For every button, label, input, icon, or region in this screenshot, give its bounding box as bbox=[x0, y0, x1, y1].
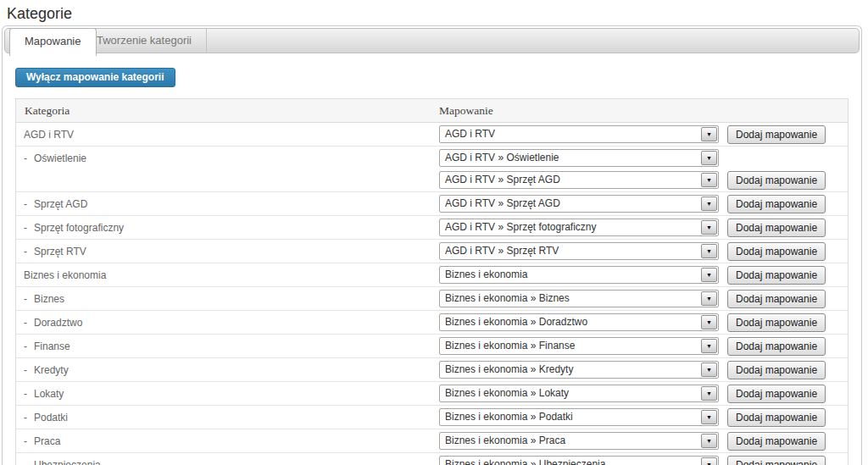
dropdown-arrow-icon[interactable]: ▼ bbox=[701, 244, 717, 258]
mapping-select[interactable]: Biznes i ekonomia » Biznes▼ bbox=[439, 290, 719, 307]
mapping-select[interactable]: AGD i RTV▼ bbox=[439, 125, 719, 143]
category-cell: -Praca bbox=[16, 429, 439, 447]
table-body: AGD i RTVAGD i RTV▼Dodaj mapowanie-Oświe… bbox=[16, 123, 848, 465]
dropdown-arrow-glyph: ▼ bbox=[706, 248, 712, 254]
mapping-line: Biznes i ekonomia▼Dodaj mapowanie bbox=[439, 266, 848, 284]
column-header-kategoria: Kategoria bbox=[16, 104, 439, 118]
add-mapping-button[interactable]: Dodaj mapowanie bbox=[727, 337, 826, 356]
table-row: -PracaBiznes i ekonomia » Praca▼Dodaj ma… bbox=[16, 429, 848, 453]
mapping-select[interactable]: AGD i RTV » Sprzęt AGD▼ bbox=[439, 195, 719, 213]
table-row: -OświetlenieAGD i RTV » Oświetlenie▼AGD … bbox=[16, 147, 848, 192]
mapping-cell: Biznes i ekonomia » Lokaty▼Dodaj mapowan… bbox=[439, 382, 848, 405]
mapping-select[interactable]: Biznes i ekonomia » Lokaty▼ bbox=[439, 385, 719, 402]
mapping-cell: Biznes i ekonomia » Biznes▼Dodaj mapowan… bbox=[439, 287, 848, 310]
tab-content: Wyłącz mapowanie kategorii Kategoria Map… bbox=[3, 55, 861, 465]
dropdown-arrow-icon[interactable]: ▼ bbox=[701, 127, 717, 141]
table-row: -PodatkiBiznes i ekonomia » Podatki▼Doda… bbox=[16, 406, 848, 429]
dropdown-arrow-glyph: ▼ bbox=[706, 367, 712, 373]
dropdown-arrow-icon[interactable]: ▼ bbox=[701, 315, 717, 329]
mapping-line: Biznes i ekonomia » Lokaty▼Dodaj mapowan… bbox=[439, 385, 848, 402]
category-cell: -Kredyty bbox=[16, 358, 439, 376]
table-row: -Sprzęt fotograficznyAGD i RTV » Sprzęt … bbox=[16, 216, 848, 240]
table-row: -Sprzęt RTVAGD i RTV » Sprzęt RTV▼Dodaj … bbox=[16, 240, 848, 263]
add-mapping-button[interactable]: Dodaj mapowanie bbox=[727, 385, 826, 403]
table-row: -BiznesBiznes i ekonomia » Biznes▼Dodaj … bbox=[16, 287, 848, 311]
subcategory-dash: - bbox=[24, 412, 27, 423]
dropdown-arrow-glyph: ▼ bbox=[706, 155, 712, 161]
dropdown-arrow-icon[interactable]: ▼ bbox=[701, 339, 717, 353]
mapping-select[interactable]: Biznes i ekonomia » Ubezpieczenia▼ bbox=[439, 456, 719, 465]
mapping-select[interactable]: AGD i RTV » Oświetlenie▼ bbox=[439, 149, 719, 167]
mapping-select[interactable]: Biznes i ekonomia » Podatki▼ bbox=[439, 408, 719, 426]
dropdown-arrow-icon[interactable]: ▼ bbox=[701, 386, 717, 401]
add-mapping-button[interactable]: Dodaj mapowanie bbox=[727, 408, 826, 427]
dropdown-arrow-icon[interactable]: ▼ bbox=[701, 291, 717, 306]
mapping-cell: AGD i RTV » Oświetlenie▼AGD i RTV » Sprz… bbox=[439, 147, 848, 191]
dropdown-arrow-icon[interactable]: ▼ bbox=[701, 173, 717, 187]
tab-tworzenie-kategorii[interactable]: Tworzenie kategorii bbox=[82, 28, 207, 53]
dropdown-arrow-icon[interactable]: ▼ bbox=[701, 197, 717, 211]
dropdown-arrow-icon[interactable]: ▼ bbox=[701, 151, 717, 165]
add-mapping-button[interactable]: Dodaj mapowanie bbox=[727, 432, 826, 451]
subcategory-dash: - bbox=[24, 435, 27, 447]
mapping-cell: AGD i RTV▼Dodaj mapowanie bbox=[439, 123, 848, 146]
mapping-line: Biznes i ekonomia » Podatki▼Dodaj mapowa… bbox=[439, 408, 848, 426]
add-mapping-button[interactable]: Dodaj mapowanie bbox=[727, 195, 826, 213]
dropdown-arrow-icon[interactable]: ▼ bbox=[701, 434, 717, 448]
category-label: Sprzęt RTV bbox=[34, 246, 86, 257]
category-label: Ubezpieczenia bbox=[34, 459, 101, 465]
mapping-select-value: Biznes i ekonomia » Ubezpieczenia bbox=[440, 457, 718, 465]
mapping-select[interactable]: AGD i RTV » Sprzęt fotograficzny▼ bbox=[439, 219, 719, 236]
category-cell: -Doradztwo bbox=[16, 311, 439, 329]
category-cell: -Finanse bbox=[16, 335, 439, 352]
mapping-line: AGD i RTV » Sprzęt fotograficzny▼Dodaj m… bbox=[439, 219, 848, 236]
table-header-row: Kategoria Mapowanie bbox=[16, 99, 848, 123]
category-label: Lokaty bbox=[34, 388, 64, 400]
mapping-select-value: Biznes i ekonomia » Podatki bbox=[440, 409, 718, 425]
category-cell: AGD i RTV bbox=[16, 123, 439, 141]
add-mapping-button[interactable]: Dodaj mapowanie bbox=[727, 171, 826, 190]
mapping-select[interactable]: AGD i RTV » Sprzęt AGD▼ bbox=[439, 171, 719, 189]
category-label: Podatki bbox=[34, 412, 68, 423]
dropdown-arrow-icon[interactable]: ▼ bbox=[701, 268, 717, 282]
column-header-mapowanie: Mapowanie bbox=[439, 104, 848, 118]
mapping-select[interactable]: Biznes i ekonomia » Kredyty▼ bbox=[439, 361, 719, 379]
dropdown-arrow-glyph: ▼ bbox=[706, 272, 712, 278]
mapping-cell: Biznes i ekonomia » Praca▼Dodaj mapowani… bbox=[439, 429, 848, 452]
mapping-line: Biznes i ekonomia » Ubezpieczenia▼Dodaj … bbox=[439, 456, 848, 465]
category-label: Finanse bbox=[34, 340, 70, 352]
add-mapping-button[interactable]: Dodaj mapowanie bbox=[727, 313, 826, 332]
dropdown-arrow-icon[interactable]: ▼ bbox=[701, 410, 717, 424]
table-row: Biznes i ekonomiaBiznes i ekonomia▼Dodaj… bbox=[16, 263, 848, 287]
mapping-select[interactable]: Biznes i ekonomia » Doradztwo▼ bbox=[439, 313, 719, 331]
add-mapping-button[interactable]: Dodaj mapowanie bbox=[727, 266, 826, 285]
add-mapping-button[interactable]: Dodaj mapowanie bbox=[727, 219, 826, 237]
add-mapping-button[interactable]: Dodaj mapowanie bbox=[727, 242, 826, 261]
mapping-select-value: AGD i RTV » Sprzęt fotograficzny bbox=[440, 219, 718, 235]
add-mapping-button[interactable]: Dodaj mapowanie bbox=[727, 456, 826, 465]
add-mapping-button[interactable]: Dodaj mapowanie bbox=[727, 361, 826, 379]
mapping-select-value: Biznes i ekonomia » Doradztwo bbox=[440, 314, 718, 330]
category-cell: -Biznes bbox=[16, 287, 439, 305]
mapping-cell: Biznes i ekonomia » Ubezpieczenia▼Dodaj … bbox=[439, 453, 848, 465]
mapping-line: Biznes i ekonomia » Biznes▼Dodaj mapowan… bbox=[439, 290, 848, 307]
mapping-cell: Biznes i ekonomia » Kredyty▼Dodaj mapowa… bbox=[439, 358, 848, 381]
mapping-select-value: Biznes i ekonomia » Biznes bbox=[440, 291, 718, 307]
mapping-select[interactable]: Biznes i ekonomia » Finanse▼ bbox=[439, 337, 719, 355]
dropdown-arrow-icon[interactable]: ▼ bbox=[701, 220, 717, 235]
mapping-line: Biznes i ekonomia » Doradztwo▼Dodaj mapo… bbox=[439, 313, 848, 331]
dropdown-arrow-icon[interactable]: ▼ bbox=[701, 457, 717, 465]
mapping-select[interactable]: Biznes i ekonomia » Praca▼ bbox=[439, 432, 719, 450]
add-mapping-button[interactable]: Dodaj mapowanie bbox=[727, 290, 826, 308]
table-row: -KredytyBiznes i ekonomia » Kredyty▼Doda… bbox=[16, 358, 848, 382]
add-mapping-button[interactable]: Dodaj mapowanie bbox=[727, 125, 826, 144]
mapping-select[interactable]: AGD i RTV » Sprzęt RTV▼ bbox=[439, 242, 719, 260]
mapping-select-value: Biznes i ekonomia » Finanse bbox=[440, 338, 718, 354]
mapping-line: Biznes i ekonomia » Praca▼Dodaj mapowani… bbox=[439, 432, 848, 450]
mapping-select[interactable]: Biznes i ekonomia▼ bbox=[439, 266, 719, 284]
disable-mapping-button[interactable]: Wyłącz mapowanie kategorii bbox=[15, 68, 175, 87]
mapping-select-value: AGD i RTV » Oświetlenie bbox=[440, 150, 718, 166]
category-cell: Biznes i ekonomia bbox=[16, 263, 439, 281]
tab-mapowanie[interactable]: Mapowanie bbox=[9, 28, 97, 56]
dropdown-arrow-icon[interactable]: ▼ bbox=[701, 363, 717, 377]
